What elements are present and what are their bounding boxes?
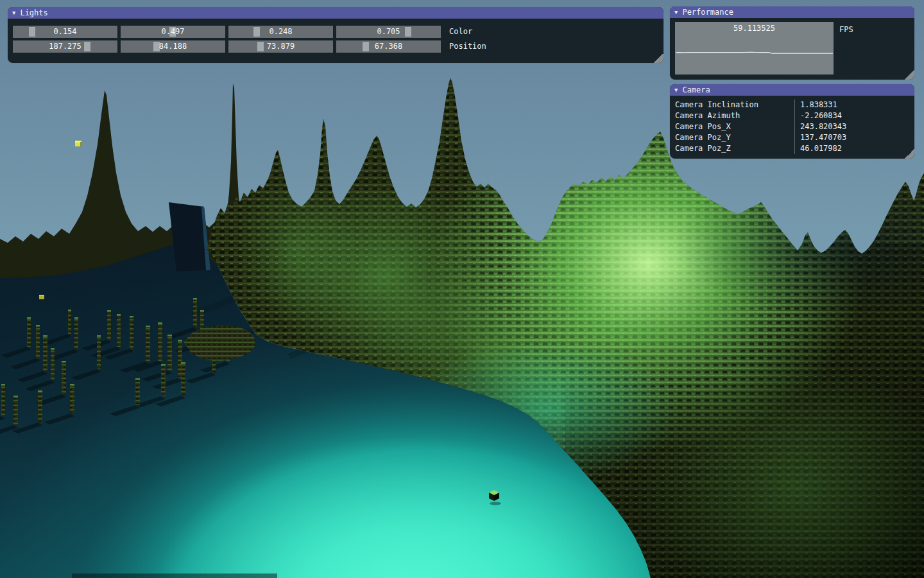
- color-slider-row: 0.154 0.497 0.248 0.705 Color: [13, 26, 658, 38]
- light-position-slider-4[interactable]: 67.368: [336, 40, 441, 53]
- camera-row-azimuth: Camera Azimuth -2.260834: [670, 110, 914, 121]
- performance-panel-header[interactable]: ▼ Performance: [670, 6, 914, 18]
- lights-panel-body: 0.154 0.497 0.248 0.705 Color: [8, 19, 663, 53]
- camera-row-pos-y: Camera Poz_Y 137.470703: [670, 132, 914, 143]
- fps-plot: 59.113525: [675, 22, 834, 74]
- camera-row-label: Camera Poz_Z: [670, 143, 794, 154]
- slider-value: 73.879: [228, 40, 333, 53]
- collapse-arrow-icon[interactable]: ▼: [674, 6, 678, 18]
- light-color-slider-4[interactable]: 0.705: [336, 26, 441, 38]
- camera-row-value: -2.260834: [794, 110, 914, 121]
- camera-row-pos-z: Camera Poz_Z 46.017982: [670, 143, 914, 154]
- camera-row-label: Camera Azimuth: [670, 110, 794, 121]
- performance-panel: ▼ Performance 59.113525 FPS: [670, 6, 914, 80]
- slider-value: 0.705: [336, 26, 441, 38]
- camera-row-value: 243.820343: [794, 121, 914, 132]
- camera-row-pos-x: Camera Pos_X 243.820343: [670, 121, 914, 132]
- position-slider-row: 187.275 84.188 73.879 67.368 Position: [13, 40, 658, 53]
- slider-value: 187.275: [13, 40, 117, 53]
- light-color-slider-1[interactable]: 0.154: [13, 26, 117, 38]
- camera-panel-header[interactable]: ▼ Camera: [670, 84, 914, 96]
- camera-row-label: Camera Poz_Y: [670, 132, 794, 143]
- slider-value: 0.497: [121, 26, 225, 38]
- lights-panel: ▼ Lights 0.154 0.497 0.248 0.7: [8, 7, 663, 63]
- panel-title: Performance: [682, 8, 733, 17]
- camera-panel: ▼ Camera Camera Inclination 1.838331 Cam…: [670, 84, 914, 159]
- camera-row-label: Camera Inclination: [670, 100, 794, 110]
- camera-row-value: 137.470703: [794, 132, 914, 143]
- camera-row-value: 46.017982: [794, 143, 914, 154]
- light-position-slider-3[interactable]: 73.879: [228, 40, 333, 53]
- fps-overlay-value: 59.113525: [675, 24, 834, 33]
- collapse-arrow-icon[interactable]: ▼: [674, 84, 678, 96]
- camera-row-value: 1.838331: [794, 100, 914, 110]
- slider-value: 67.368: [336, 40, 441, 53]
- position-row-label: Position: [449, 40, 486, 53]
- fps-unit-label: FPS: [839, 22, 853, 74]
- light-position-slider-2[interactable]: 84.188: [121, 40, 225, 53]
- slider-value: 0.154: [13, 26, 117, 38]
- camera-row-inclination: Camera Inclination 1.838331: [670, 100, 914, 110]
- light-cube-yellow: [75, 141, 81, 146]
- camera-panel-body: Camera Inclination 1.838331 Camera Azimu…: [670, 96, 914, 154]
- collapse-arrow-icon[interactable]: ▼: [12, 7, 15, 19]
- slider-value: 84.188: [121, 40, 225, 53]
- color-row-label: Color: [449, 26, 472, 38]
- lights-panel-header[interactable]: ▼ Lights: [8, 7, 663, 19]
- light-cube-yellow-small: [39, 295, 44, 299]
- panel-title: Camera: [682, 85, 710, 94]
- fps-line-series: [676, 52, 833, 53]
- panel-title: Lights: [20, 8, 47, 17]
- performance-panel-body: 59.113525 FPS: [670, 18, 914, 74]
- slider-value: 0.248: [228, 26, 333, 38]
- light-color-slider-2[interactable]: 0.497: [121, 26, 225, 38]
- camera-row-label: Camera Pos_X: [670, 121, 794, 132]
- light-position-slider-1[interactable]: 187.275: [13, 40, 117, 53]
- app-window: ▼ Lights 0.154 0.497 0.248 0.7: [0, 0, 924, 578]
- light-color-slider-3[interactable]: 0.248: [228, 26, 333, 38]
